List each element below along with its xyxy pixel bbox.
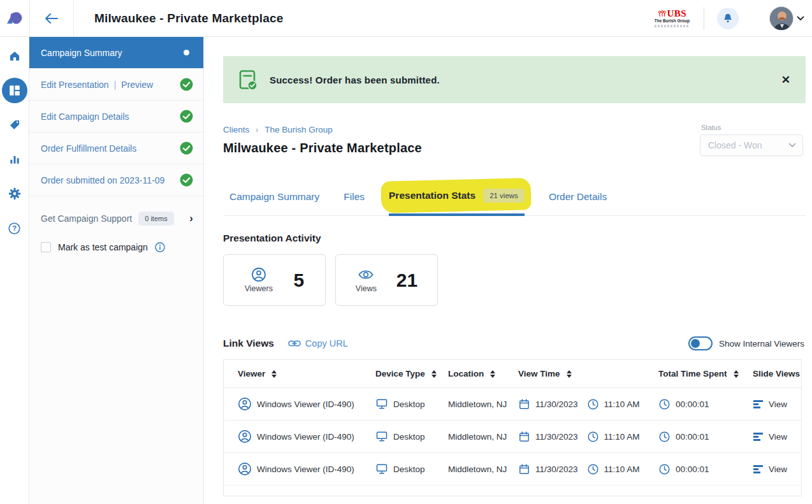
viewers-card: Viewers 5 bbox=[223, 254, 326, 306]
total-time-cell: 00:00:01 bbox=[658, 398, 753, 410]
views-value: 21 bbox=[396, 270, 417, 291]
rail-help-button[interactable]: ? bbox=[2, 215, 27, 241]
test-campaign-checkbox[interactable] bbox=[41, 242, 51, 252]
slide-views-bars-icon bbox=[753, 432, 764, 442]
monitor-icon bbox=[375, 463, 388, 475]
tab-campaign-summary[interactable]: Campaign Summary bbox=[229, 186, 319, 216]
toggle-knob bbox=[691, 339, 700, 348]
app-logo[interactable] bbox=[0, 0, 29, 36]
link-icon bbox=[288, 339, 301, 348]
step-order-fulfillment-details[interactable]: Order Fulfillment Details bbox=[29, 133, 203, 164]
step-campaign-summary[interactable]: Campaign Summary bbox=[29, 37, 203, 69]
back-button[interactable] bbox=[29, 0, 74, 36]
rail-tags-button[interactable] bbox=[2, 112, 27, 138]
view-time-cell: 11/30/2023 11:10 AM bbox=[518, 431, 658, 443]
col-device-type[interactable]: Device Type bbox=[375, 369, 448, 378]
calendar-icon bbox=[518, 463, 530, 475]
notifications-button[interactable] bbox=[717, 8, 739, 29]
table-header-row: Viewer Device Type Location View Time To… bbox=[224, 360, 801, 388]
monitor-icon bbox=[375, 398, 388, 410]
test-campaign-label: Mark as test campaign bbox=[58, 242, 148, 252]
step-preview-link[interactable]: Preview bbox=[121, 80, 153, 90]
analytics-bars-icon bbox=[8, 153, 21, 166]
total-time-cell: 00:00:01 bbox=[658, 431, 753, 443]
sort-icon[interactable] bbox=[567, 370, 572, 378]
person-circle-icon bbox=[238, 462, 252, 476]
slide-views-bars-icon bbox=[753, 400, 764, 409]
col-viewer[interactable]: Viewer bbox=[224, 369, 375, 378]
viewer-cell: Windows Viewer (ID-490) bbox=[224, 429, 375, 443]
clock-icon bbox=[587, 463, 599, 475]
get-campaign-support[interactable]: Get Campaign Support 0 items › bbox=[29, 212, 203, 226]
step-order-submitted[interactable]: Order submitted on 2023-11-09 bbox=[29, 164, 203, 196]
info-icon[interactable] bbox=[155, 242, 165, 252]
ubs-keys-icon bbox=[658, 10, 666, 18]
avatar bbox=[769, 6, 794, 31]
chevron-right-icon: › bbox=[189, 212, 193, 225]
breadcrumb-separator-icon: › bbox=[256, 126, 258, 134]
step-edit-campaign-details[interactable]: Edit Campaign Details bbox=[29, 101, 203, 133]
rail-settings-button[interactable] bbox=[2, 181, 27, 206]
tab-files[interactable]: Files bbox=[344, 186, 365, 216]
rail-campaigns-button[interactable] bbox=[2, 78, 27, 103]
help-icon: ? bbox=[8, 222, 21, 235]
document-check-icon bbox=[238, 69, 258, 90]
views-label: Views bbox=[356, 284, 377, 293]
sort-icon[interactable] bbox=[431, 370, 437, 378]
copy-url-button[interactable]: Copy URL bbox=[288, 338, 348, 349]
step-label: Edit Campaign Details bbox=[41, 112, 129, 122]
tab-order-details[interactable]: Order Details bbox=[549, 186, 607, 216]
sort-icon[interactable] bbox=[272, 370, 277, 378]
slide-views-cell[interactable]: View bbox=[753, 400, 801, 409]
step-label: Campaign Summary bbox=[41, 48, 122, 58]
viewers-value: 5 bbox=[294, 270, 305, 291]
rail-analytics-button[interactable] bbox=[2, 147, 27, 172]
back-arrow-icon bbox=[44, 12, 59, 25]
window-title: Milwaukee - Private Marketplace bbox=[94, 11, 284, 25]
check-circle-icon bbox=[180, 173, 193, 187]
active-step-dot-icon bbox=[184, 50, 189, 55]
detail-tabs: Campaign Summary Files Presentation Stat… bbox=[223, 184, 806, 216]
page-header: Clients › The Burish Group Milwaukee - P… bbox=[223, 125, 806, 155]
slide-views-cell[interactable]: View bbox=[753, 432, 801, 442]
sort-icon[interactable] bbox=[734, 370, 739, 378]
step-edit-presentation[interactable]: Edit Presentation | Preview bbox=[29, 69, 203, 101]
show-internal-viewers-toggle[interactable] bbox=[688, 336, 713, 350]
step-separator: | bbox=[114, 80, 117, 90]
check-circle-icon bbox=[180, 110, 193, 123]
bell-icon bbox=[722, 12, 734, 24]
check-circle-icon bbox=[180, 78, 193, 91]
chevron-down-icon bbox=[797, 16, 804, 21]
link-views-rows: Windows Viewer (ID-490) Desktop Middleto… bbox=[224, 388, 801, 486]
viewer-cell: Windows Viewer (ID-490) bbox=[224, 462, 375, 476]
breadcrumb-clients[interactable]: Clients bbox=[223, 125, 249, 134]
clock-icon bbox=[658, 463, 671, 475]
breadcrumb-current[interactable]: The Burish Group bbox=[265, 125, 333, 134]
link-views-heading: Link Views bbox=[223, 338, 274, 349]
person-circle-icon bbox=[238, 397, 252, 411]
sort-icon[interactable] bbox=[490, 370, 495, 378]
main-content: Success! Order has been submitted. ✕ Cli… bbox=[204, 37, 812, 504]
col-total-time-spent[interactable]: Total Time Spent bbox=[658, 369, 753, 378]
banner-close-button[interactable]: ✕ bbox=[781, 73, 790, 87]
status-select[interactable]: Closed - Won bbox=[700, 134, 803, 156]
svg-text:?: ? bbox=[12, 224, 17, 232]
rail-home-button[interactable] bbox=[2, 43, 27, 69]
col-location[interactable]: Location bbox=[448, 369, 518, 378]
slide-views-cell[interactable]: View bbox=[753, 464, 801, 474]
tab-presentation-stats[interactable]: Presentation Stats 21 views bbox=[389, 184, 525, 216]
user-menu[interactable] bbox=[769, 6, 804, 31]
home-icon bbox=[8, 50, 21, 62]
header-divider bbox=[704, 7, 704, 30]
calendar-icon bbox=[518, 431, 530, 443]
step-label[interactable]: Edit Presentation bbox=[41, 80, 109, 90]
slide-views-bars-icon bbox=[753, 464, 764, 474]
ubs-logo-text: UBS bbox=[667, 9, 687, 19]
clock-icon bbox=[587, 398, 599, 410]
device-cell: Desktop bbox=[375, 398, 448, 410]
views-count-badge: 21 views bbox=[483, 189, 525, 203]
clock-icon bbox=[587, 431, 599, 443]
banner-message: Success! Order has been submitted. bbox=[270, 75, 440, 85]
calendar-icon bbox=[518, 398, 530, 410]
col-view-time[interactable]: View Time bbox=[518, 369, 658, 378]
